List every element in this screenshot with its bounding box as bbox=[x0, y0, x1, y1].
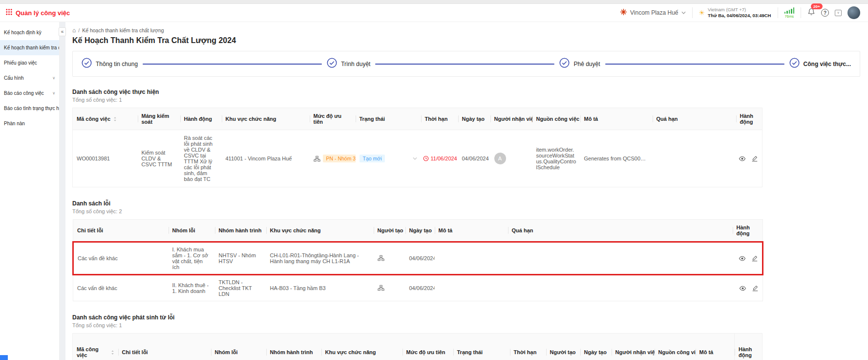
column-header: Mô tả bbox=[580, 108, 653, 130]
app-grid-icon[interactable] bbox=[6, 9, 12, 17]
step-label: Phê duyệt bbox=[573, 61, 600, 68]
step-phe-duyet[interactable]: Phê duyệt bbox=[559, 58, 600, 70]
window-chrome-strip bbox=[0, 0, 868, 4]
overdue bbox=[653, 130, 736, 187]
view-button[interactable] bbox=[739, 285, 746, 292]
sort-icon[interactable] bbox=[113, 116, 117, 122]
stepper: Thông tin chung Trình duyệt Phê duyệt Cô… bbox=[72, 51, 860, 77]
sidebar-item-label: Kế hoạch định kỳ bbox=[4, 30, 42, 35]
work-row: WO00013981 Kiểm soát CLDV & CSVC TTTM Rà… bbox=[73, 130, 762, 187]
section-error-list: Danh sách lỗi Tổng số công việc: 2 Chi t… bbox=[72, 200, 860, 301]
sidebar-item-bao-cao-tinh-trang[interactable]: Báo cáo tình trạng thực hiện ∨ bbox=[0, 101, 59, 116]
column-header: Người tạo bbox=[374, 220, 405, 242]
created-date: 04/06/2024 bbox=[405, 242, 435, 275]
hierarchy-icon[interactable] bbox=[378, 255, 384, 261]
sidebar-item-bao-cao-cong-viec[interactable]: Báo cáo công việc ∨ bbox=[0, 86, 59, 101]
org-switcher[interactable]: Vincom Plaza Huế bbox=[620, 8, 686, 17]
divider bbox=[692, 7, 693, 18]
sidebar-item-label: Báo cáo tình trạng thực hiện bbox=[4, 106, 59, 111]
timezone-lines: Vietnam (GMT +7) Thứ Ba, 04/06/2024, 03:… bbox=[708, 7, 771, 19]
network-status[interactable]: 76ms bbox=[784, 7, 795, 19]
hierarchy-icon[interactable] bbox=[314, 156, 320, 162]
column-header: Mô tả bbox=[696, 334, 735, 360]
table-header-row: Mã công việc Chi tiết lỗi Nhóm lỗi Nhóm … bbox=[73, 334, 762, 360]
description bbox=[435, 275, 508, 301]
step-connector bbox=[605, 64, 784, 65]
user-avatar[interactable] bbox=[847, 6, 860, 19]
step-thong-tin-chung[interactable]: Thông tin chung bbox=[82, 58, 138, 70]
error-group: I. Khách mua sắm - 1. Cơ sở vật chất, ti… bbox=[169, 242, 215, 275]
overdue bbox=[508, 242, 733, 275]
layout: Kế hoạch định kỳ Kế hoạch thanh kiểm tra… bbox=[0, 22, 868, 360]
column-header: Hành động bbox=[733, 220, 763, 242]
section-work-list: Danh sách công việc thực hiện Tổng số cô… bbox=[72, 89, 860, 187]
column-header: Ngày tạo bbox=[405, 220, 435, 242]
help-button[interactable]: ? bbox=[821, 9, 829, 17]
sidebar-item-label: Phiếu giao việc bbox=[4, 60, 37, 66]
column-header: Thời hạn bbox=[510, 334, 546, 360]
sidebar-gutter: « bbox=[60, 22, 65, 360]
column-header: Chi tiết lỗi bbox=[118, 334, 211, 360]
signal-bars-icon bbox=[784, 7, 795, 14]
work-code: WO00013981 bbox=[73, 130, 138, 187]
edit-button[interactable] bbox=[751, 255, 758, 262]
column-header: Khu vực chức năng bbox=[266, 220, 374, 242]
notifications-button[interactable]: 20+ bbox=[807, 8, 815, 18]
view-button[interactable] bbox=[739, 255, 746, 262]
column-header: Người nhận việc bbox=[612, 334, 655, 360]
chat-widget-stub[interactable] bbox=[0, 355, 8, 360]
step-label: Thông tin chung bbox=[96, 61, 138, 68]
column-header: Mức độ ưu tiên bbox=[310, 108, 356, 130]
error-detail: Các vấn đề khác bbox=[73, 242, 169, 275]
priority-badge: PN - Nhóm 3 bbox=[323, 155, 356, 162]
clock-icon bbox=[423, 156, 429, 161]
column-header: Hành động bbox=[735, 334, 762, 360]
assignee-avatar[interactable]: A bbox=[494, 153, 506, 164]
sidebar-item-phan-nan[interactable]: Phàn nàn bbox=[0, 116, 59, 131]
sort-icon[interactable] bbox=[111, 350, 114, 355]
sidebar-item-ke-hoach-dinh-ky[interactable]: Kế hoạch định kỳ bbox=[0, 25, 59, 40]
sidebar-item-phieu-giao-viec[interactable]: Phiếu giao việc bbox=[0, 55, 59, 70]
section-title: Danh sách công việc thực hiện bbox=[72, 89, 860, 95]
sidebar-item-label: Kế hoạch thanh kiểm tra chất... bbox=[4, 45, 59, 50]
weather-sun-icon: ☀ bbox=[699, 9, 705, 16]
notification-badge: 20+ bbox=[811, 3, 823, 9]
column-header: Ngày tạo bbox=[458, 108, 490, 130]
hierarchy-icon[interactable] bbox=[378, 285, 384, 291]
step-trinh-duyet[interactable]: Trình duyệt bbox=[327, 58, 370, 70]
created-date: 04/06/2024 bbox=[405, 275, 435, 301]
workspace-icon[interactable]: ∨ bbox=[835, 10, 842, 16]
derived-list-table: Mã công việc Chi tiết lỗi Nhóm lỗi Nhóm … bbox=[72, 333, 762, 360]
edit-button[interactable] bbox=[751, 155, 758, 162]
breadcrumb-current[interactable]: Kế hoạch thanh kiểm tra chất lượng bbox=[82, 27, 164, 33]
topbar: Quản lý công việc Vincom Plaza Huế ☀ Vie… bbox=[0, 4, 868, 22]
sidebar-item-label: Phàn nàn bbox=[4, 121, 25, 126]
home-icon[interactable]: ⌂ bbox=[72, 27, 76, 34]
breadcrumb: ⌂ / Kế hoạch thanh kiểm tra chất lượng bbox=[72, 27, 860, 34]
step-connector bbox=[375, 64, 554, 65]
view-button[interactable] bbox=[739, 155, 746, 162]
org-name: Vincom Plaza Huế bbox=[630, 9, 678, 16]
column-header: Hành động bbox=[180, 108, 222, 130]
section-total: Tổng số công việc: 1 bbox=[72, 322, 860, 328]
app-menu[interactable]: Quản lý công việc bbox=[6, 9, 70, 17]
journey-group: NHTSV - Nhóm HTSV bbox=[215, 242, 266, 275]
check-circle-icon bbox=[327, 58, 337, 70]
section-derived-list: Danh sách công việc phát sinh từ lỗi Tổn… bbox=[72, 314, 860, 360]
created-date: 04/06/2024 bbox=[458, 130, 490, 187]
column-header: Nguồn công việc bbox=[532, 108, 580, 130]
sidebar-item-label: Báo cáo công việc bbox=[4, 90, 44, 96]
table-header-row: Mã công việc Mảng kiểm soát Hành động Kh… bbox=[73, 108, 762, 130]
sidebar-item-label: Cấu hình bbox=[4, 75, 24, 81]
column-header: Người nhận việc bbox=[490, 108, 532, 130]
edit-button[interactable] bbox=[752, 285, 759, 292]
timezone-widget[interactable]: ☀ Vietnam (GMT +7) Thứ Ba, 04/06/2024, 0… bbox=[699, 7, 771, 19]
screen: Quản lý công việc Vincom Plaza Huế ☀ Vie… bbox=[0, 0, 868, 360]
sidebar-item-cau-hinh[interactable]: Cấu hình ∨ bbox=[0, 70, 59, 86]
column-header: Thời hạn bbox=[421, 108, 458, 130]
column-header: Nguồn công việc bbox=[655, 334, 696, 360]
step-cong-viec-thuc-hien[interactable]: Công việc thực... bbox=[789, 58, 851, 70]
chevron-down-icon[interactable] bbox=[413, 157, 417, 160]
sidebar-collapse-button[interactable]: « bbox=[59, 27, 66, 36]
sidebar-item-ke-hoach-thanh-kiem-tra[interactable]: Kế hoạch thanh kiểm tra chất... bbox=[0, 40, 59, 55]
